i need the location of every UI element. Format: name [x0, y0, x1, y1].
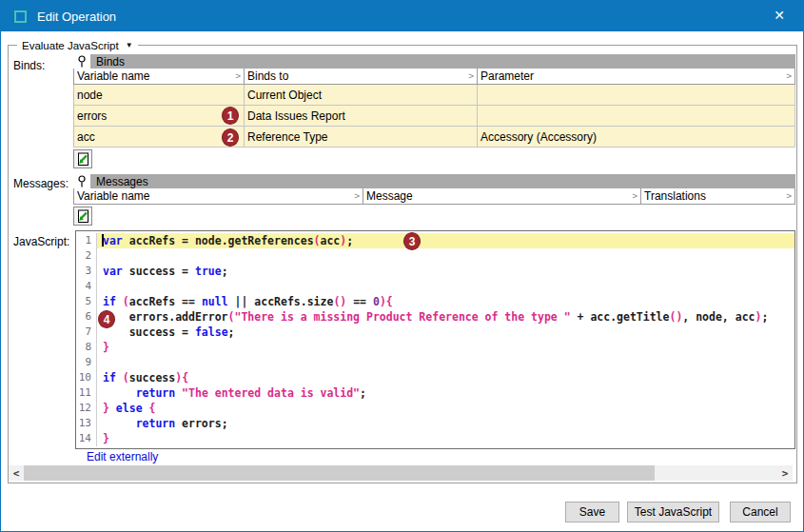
line-number: 12	[76, 401, 97, 416]
text-caret	[102, 234, 104, 246]
binds-panel-titlebar: Binds	[73, 54, 795, 69]
column-header-variable-name[interactable]: Variable name>	[74, 69, 245, 85]
window-icon	[14, 10, 27, 23]
code-line[interactable]: 6 errors.addError("There is a missing Pr…	[76, 309, 794, 325]
line-number: 13	[76, 416, 97, 431]
line-number: 1	[76, 233, 97, 248]
cell-binds-to[interactable]: Data Issues Report	[245, 106, 478, 127]
new-row-button[interactable]	[73, 149, 92, 168]
code-line[interactable]: 14}	[76, 431, 794, 446]
code-line[interactable]: 10if (success){	[76, 370, 794, 385]
line-number: 7	[76, 325, 97, 340]
cell-parameter[interactable]	[478, 106, 795, 127]
sort-icon: >	[632, 191, 637, 200]
messages-panel-title: Messages	[96, 175, 148, 188]
table-row[interactable]: node Current Object	[73, 85, 795, 106]
sort-icon: >	[786, 71, 792, 80]
cell-binds-to[interactable]: Reference Type	[245, 127, 478, 148]
code-lines: 1var accRefs = node.getReferences(acc);2…	[76, 233, 794, 446]
sort-icon: >	[468, 71, 474, 80]
line-number: 2	[76, 248, 97, 264]
line-number: 14	[76, 431, 97, 446]
line-number: 3	[76, 264, 97, 279]
code-line[interactable]: 12} else {	[76, 401, 794, 416]
horizontal-scrollbar[interactable]: < >	[9, 465, 793, 481]
code-line[interactable]: 4	[76, 279, 794, 294]
new-row-icon	[76, 209, 90, 224]
table-row[interactable]: acc Reference Type Accessory (Accessory)	[73, 127, 795, 148]
scroll-left-icon[interactable]: <	[9, 465, 24, 481]
annotation-badge-3: 3	[403, 232, 421, 250]
cell-variable[interactable]: acc	[74, 127, 245, 148]
scrollbar-thumb[interactable]	[24, 465, 655, 481]
new-row-icon	[76, 152, 90, 167]
code-line[interactable]: 9	[76, 355, 794, 370]
cell-variable[interactable]: errors	[74, 106, 245, 127]
code-line[interactable]: 8}	[76, 340, 794, 355]
window-title: Edit Operation	[37, 10, 116, 24]
line-number: 5	[76, 294, 97, 309]
javascript-label: JavaScript:	[13, 235, 69, 248]
code-line[interactable]: 3var success = true;	[76, 264, 794, 279]
line-number: 9	[76, 355, 97, 370]
new-row-button[interactable]	[73, 207, 92, 226]
annotation-badge-4: 4	[98, 310, 115, 328]
cell-binds-to[interactable]: Current Object	[245, 85, 478, 106]
binds-header-row: Variable name> Binds to> Parameter>	[73, 69, 795, 85]
messages-header-row: Variable name> Message> Translations>	[73, 188, 795, 205]
edit-externally-link[interactable]: Edit externally	[87, 450, 158, 463]
pin-icon[interactable]	[73, 54, 90, 69]
messages-table: Messages Variable name> Message> Transla…	[73, 174, 795, 226]
table-row[interactable]: errors Data Issues Report	[73, 106, 795, 127]
cell-variable[interactable]: node	[74, 85, 245, 106]
operation-type-dropdown[interactable]: Evaluate JavaScript ▼	[17, 38, 138, 52]
operation-type-label: Evaluate JavaScript	[22, 40, 119, 51]
binds-label: Binds:	[13, 59, 45, 72]
column-header-translations[interactable]: Translations>	[641, 188, 795, 205]
annotation-badge-2: 2	[222, 128, 239, 147]
binds-panel-title: Binds	[96, 55, 125, 69]
messages-label: Messages:	[13, 177, 69, 190]
code-line[interactable]: 2	[76, 248, 794, 264]
line-number: 10	[76, 370, 97, 385]
test-javascript-button[interactable]: Test JavaScript	[627, 502, 719, 522]
scroll-right-icon[interactable]: >	[777, 465, 793, 481]
binds-table: Binds Variable name> Binds to> Parameter…	[73, 54, 795, 168]
annotation-badge-1: 1	[222, 107, 239, 125]
code-line[interactable]: 7 success = false;	[76, 325, 794, 340]
messages-panel-titlebar: Messages	[73, 174, 795, 188]
code-editor[interactable]: 1var accRefs = node.getReferences(acc);2…	[75, 230, 795, 449]
code-line[interactable]: 11 return "The entered data is valid";	[76, 385, 794, 401]
line-number: 6	[76, 309, 97, 325]
pin-icon[interactable]	[73, 174, 90, 188]
cancel-button[interactable]: Cancel	[730, 502, 791, 522]
code-line[interactable]: 5if (accRefs == null || accRefs.size() =…	[76, 294, 794, 309]
code-line[interactable]: 13 return errors;	[76, 416, 794, 431]
code-line[interactable]: 1var accRefs = node.getReferences(acc);	[76, 233, 794, 248]
line-number: 8	[76, 340, 97, 355]
column-header-message[interactable]: Message>	[363, 188, 641, 205]
line-number: 4	[76, 279, 97, 294]
column-header-variable-name[interactable]: Variable name>	[74, 188, 363, 205]
chevron-down-icon: ▼	[126, 41, 133, 49]
cell-parameter[interactable]: Accessory (Accessory)	[478, 127, 795, 148]
close-icon[interactable]: ✕	[770, 8, 789, 23]
cell-parameter[interactable]	[478, 85, 795, 106]
titlebar: Edit Operation ✕	[1, 1, 803, 31]
line-number: 11	[76, 385, 97, 401]
sort-icon: >	[354, 191, 360, 200]
sort-icon: >	[235, 71, 241, 80]
edit-operation-dialog: Edit Operation ✕ Evaluate JavaScript ▼ B…	[0, 0, 804, 532]
sort-icon: >	[786, 191, 792, 200]
column-header-parameter[interactable]: Parameter>	[478, 69, 795, 85]
column-header-binds-to[interactable]: Binds to>	[245, 69, 478, 85]
save-button[interactable]: Save	[565, 502, 619, 522]
